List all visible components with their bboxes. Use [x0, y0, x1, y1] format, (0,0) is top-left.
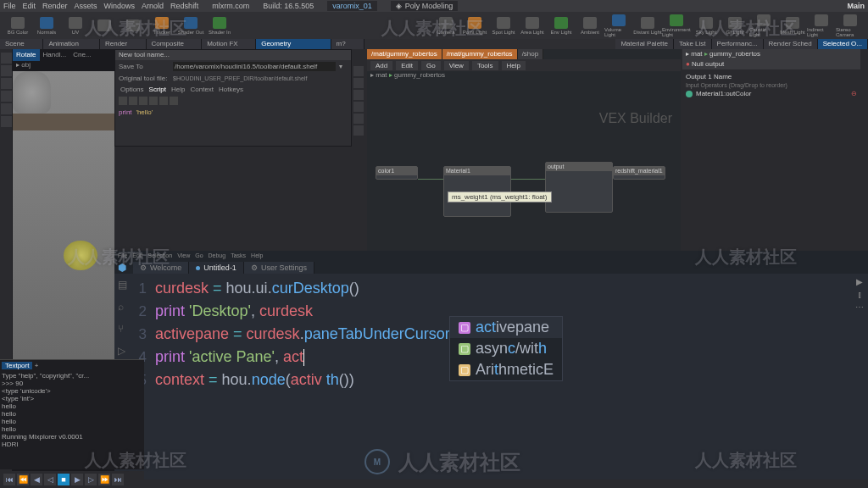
textport-tab[interactable]: Textport — [2, 362, 32, 369]
shelf-tool[interactable]: Camera — [431, 14, 460, 37]
autocomplete-popup[interactable]: ▢activepane▢async/with▢ArithmeticE — [449, 316, 563, 381]
tool-icon[interactable] — [1, 116, 12, 127]
autocomplete-item[interactable]: ▢async/with — [450, 338, 562, 359]
pane-tab[interactable]: Selected O... — [818, 39, 868, 49]
node-path[interactable]: mat — [376, 71, 387, 79]
pane-tab[interactable]: Geometry Spreadsheet — [256, 39, 331, 49]
shelf-code-editor[interactable]: print 'hello' — [115, 107, 351, 118]
shelf-tool[interactable]: Sky Light — [692, 14, 721, 37]
editor-menu-view[interactable]: View — [177, 252, 190, 258]
shelf-tool[interactable]: BG Color — [3, 14, 32, 37]
shelf-tool[interactable]: Volume Light — [604, 14, 633, 37]
pane-tab[interactable]: Animation Editor — [43, 39, 100, 49]
menu-render[interactable]: Render — [42, 2, 68, 10]
shelf-tab[interactable]: Options — [120, 86, 144, 93]
shelf-tool[interactable]: UV — [61, 14, 90, 37]
remove-icon[interactable]: ⊖ — [851, 90, 857, 97]
viewport-canvas[interactable] — [13, 71, 114, 385]
editor-menu-file[interactable]: File — [118, 252, 127, 258]
split-icon[interactable]: ⫿ — [858, 290, 862, 299]
node-tab[interactable]: /shop — [518, 49, 544, 59]
dropdown-icon[interactable]: ▾ — [339, 63, 348, 70]
pane-tab[interactable]: Render Sched — [764, 39, 818, 49]
pane-tab[interactable]: Render View — [100, 39, 147, 49]
node-btn-go[interactable]: Go — [421, 61, 441, 70]
vp-path[interactable]: obj — [21, 61, 31, 69]
menu-edit[interactable]: Edit — [23, 2, 36, 10]
node-color1[interactable]: color1 — [376, 166, 418, 180]
sidebar-tool[interactable] — [353, 114, 364, 124]
first-frame-icon[interactable]: ⏮ — [3, 474, 15, 485]
pane-tab[interactable]: m?plore — [331, 39, 364, 49]
save-to-field[interactable]: /home/varomix/houdini16.5/toolbar/defaul… — [173, 62, 336, 71]
search-icon[interactable]: ⌕ — [118, 301, 130, 313]
desktop-tab-varomix[interactable]: varomix_01 — [327, 1, 377, 11]
play-icon[interactable]: ▶ — [856, 277, 863, 286]
editor-tab[interactable]: ⚙Welcome — [133, 262, 189, 274]
node-btn-tools[interactable]: Tools — [472, 61, 498, 70]
sidebar-tool[interactable] — [353, 125, 364, 136]
debug-icon[interactable]: ▷ — [118, 345, 130, 357]
more-icon[interactable]: ⋯ — [855, 302, 864, 312]
toolbar-button[interactable] — [149, 97, 158, 105]
shelf-tool[interactable]: Spot Light — [489, 14, 518, 37]
shelf-tool[interactable]: Shader Out — [176, 14, 205, 37]
play-back-icon[interactable]: ◁ — [44, 474, 56, 485]
node-tab[interactable]: /mat/gummy_robertos — [367, 49, 442, 59]
shelf-tool[interactable]: GI Light — [721, 14, 749, 37]
tool-icon[interactable] — [1, 78, 12, 89]
editor-tab[interactable]: Untitled-1 — [189, 262, 244, 274]
editor-menu-debug[interactable]: Debug — [209, 252, 226, 258]
sidebar-tool[interactable] — [353, 90, 364, 100]
toolbar-button[interactable] — [129, 97, 137, 105]
vp-tab-cne[interactable]: Cne... — [70, 49, 94, 61]
prev-frame-icon[interactable]: ◀ — [31, 474, 42, 485]
shelf-tool[interactable] — [90, 14, 119, 37]
shelf-tool[interactable]: Caustic Light — [749, 14, 778, 37]
shelf-tool[interactable]: Point Light — [460, 14, 489, 37]
menu-assets[interactable]: Assets — [75, 2, 97, 10]
git-icon[interactable]: ⑂ — [118, 323, 130, 335]
editor-menu-go[interactable]: Go — [195, 252, 203, 258]
shelf-tool[interactable]: Environment Light — [662, 14, 691, 37]
autocomplete-item[interactable]: ▢ArithmeticE — [450, 359, 562, 380]
shelf-tab[interactable]: Script — [149, 86, 166, 93]
sidebar-tool[interactable] — [353, 102, 364, 112]
prev-key-icon[interactable]: ⏪ — [17, 474, 29, 485]
node-btn-add[interactable]: Add — [370, 61, 392, 70]
node-output[interactable]: output — [545, 162, 613, 213]
node-name[interactable]: gummy_robertos — [394, 71, 445, 79]
tool-icon[interactable] — [1, 53, 12, 64]
files-icon[interactable]: ▤ — [118, 279, 130, 291]
node-btn-help[interactable]: Help — [502, 61, 526, 70]
shelf-tool[interactable] — [119, 14, 147, 37]
stop-icon[interactable]: ■ — [58, 474, 70, 485]
shelf-tool[interactable]: Stereo Camera — [836, 14, 865, 37]
shelf-tool[interactable]: Env Light — [547, 14, 576, 37]
tool-icon[interactable] — [1, 65, 12, 76]
menu-windows[interactable]: Windows — [104, 2, 136, 10]
node-tab[interactable]: /mat/gummy_robertos — [442, 49, 518, 59]
input-item[interactable]: Material1:outColor — [696, 90, 751, 97]
menu-redshift[interactable]: Redshift — [170, 2, 198, 10]
node-canvas[interactable]: VEX Builder color1Material1outputredshif… — [367, 81, 681, 234]
toolbar-button[interactable] — [119, 97, 127, 105]
play-icon[interactable]: ▶ — [71, 474, 83, 485]
vp-tab-rotate[interactable]: Rotate — [13, 49, 40, 61]
shelf-tool[interactable]: Ambient — [576, 14, 604, 37]
editor-menu-help[interactable]: Help — [251, 252, 263, 258]
shelf-tool[interactable]: Distant Light — [633, 14, 662, 37]
node-btn-view[interactable]: View — [444, 61, 469, 70]
next-key-icon[interactable]: ⏩ — [98, 474, 110, 485]
pane-tab[interactable]: Composite View — [147, 39, 203, 49]
node-btn-edit[interactable]: Edit — [396, 61, 418, 70]
autocomplete-item[interactable]: ▢activepane — [450, 317, 562, 338]
shelf-tool[interactable]: Mesh Light — [778, 14, 807, 37]
pane-tab[interactable]: Performanc... — [712, 39, 764, 49]
last-frame-icon[interactable]: ⏭ — [112, 474, 124, 485]
editor-tab[interactable]: ⚙User Settings — [244, 262, 314, 274]
vp-tab-handles[interactable]: Handl... — [40, 49, 70, 61]
shelf-tool[interactable]: Normals — [32, 14, 61, 37]
shelf-tab[interactable]: Help — [171, 86, 185, 93]
shelf-tool[interactable]: Area Light — [518, 14, 547, 37]
